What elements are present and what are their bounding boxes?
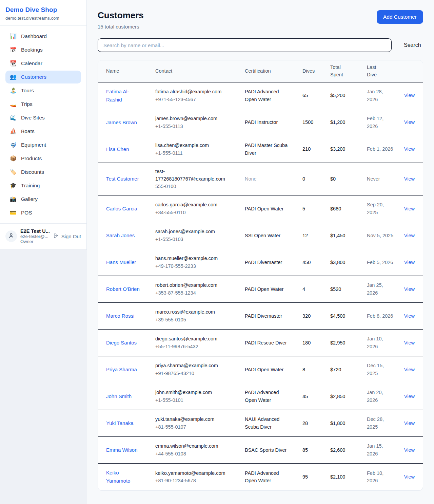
customer-name-link[interactable]: Hans Mueller — [106, 259, 136, 265]
table-row: Test Customertest-1772681807767@example.… — [98, 163, 423, 195]
sidebar-item-products[interactable]: 📦Products — [5, 152, 81, 165]
contact-cell: hans.mueller@example.com+49-170-555-2233 — [155, 255, 245, 270]
sidebar-item-discounts[interactable]: 🏷️Discounts — [5, 166, 81, 179]
view-link[interactable]: View — [404, 176, 415, 182]
name-cell: Fatima Al-Rashid — [106, 88, 155, 104]
customer-name-link[interactable]: Priya Sharma — [106, 367, 137, 372]
dives-count: 4 — [302, 285, 330, 293]
customer-phone: +55-11-99876-5432 — [155, 343, 231, 350]
view-link[interactable]: View — [404, 340, 415, 346]
customer-name-link[interactable]: Marco Rossi — [106, 313, 134, 319]
customer-email: john.smith@example.com — [155, 389, 231, 396]
sidebar-item-equipment[interactable]: 🤿Equipment — [5, 138, 81, 151]
customer-name-link[interactable]: Diego Santos — [106, 340, 137, 346]
customer-name-link[interactable]: Lisa Chen — [106, 146, 129, 152]
graduation-cap-icon: 🎓 — [10, 183, 17, 188]
sidebar-item-trips[interactable]: 🚤Trips — [5, 98, 81, 111]
dives-count: 320 — [302, 312, 330, 320]
sign-out-button[interactable]: Sign Out — [53, 233, 81, 240]
sidebar-item-boats[interactable]: ⛵Boats — [5, 125, 81, 138]
search-input[interactable] — [98, 38, 392, 52]
last-dive-date: Nov 5, 2025 — [367, 232, 402, 239]
sidebar-item-gallery[interactable]: 📸Gallery — [5, 193, 81, 206]
dives-count: 180 — [302, 339, 330, 347]
sidebar-item-pos[interactable]: 💳POS — [5, 206, 81, 219]
customer-name-link[interactable]: James Brown — [106, 119, 137, 125]
view-link[interactable]: View — [404, 119, 415, 125]
table-row: Marco Rossimarco.rossi@example.com+39-55… — [98, 303, 423, 330]
sidebar-item-customers[interactable]: 👥Customers — [5, 71, 81, 83]
dives-count: 5 — [302, 205, 330, 212]
last-dive-date: Feb 5, 2026 — [367, 259, 402, 266]
contact-cell: emma.wilson@example.com+44-555-0108 — [155, 442, 245, 458]
customer-phone: +44-555-0108 — [155, 450, 231, 458]
view-cell: View — [402, 339, 415, 347]
name-cell: Robert O'Brien — [106, 285, 155, 293]
sidebar-item-bookings[interactable]: 📅Bookings — [5, 43, 81, 56]
customer-name-link[interactable]: Sarah Jones — [106, 232, 135, 238]
name-cell: Yuki Tanaka — [106, 419, 155, 427]
brand: Demo Dive Shop demo.test.divestreams.com — [0, 0, 86, 26]
view-link[interactable]: View — [404, 286, 415, 292]
search-button[interactable]: Search — [400, 40, 425, 50]
total-spent: $1,200 — [330, 118, 367, 126]
sign-out-icon — [53, 233, 59, 240]
view-link[interactable]: View — [404, 260, 415, 265]
name-cell: Sarah Jones — [106, 231, 155, 240]
customer-name-link[interactable]: Keiko Yamamoto — [106, 470, 130, 484]
customer-name-link[interactable]: Emma Wilson — [106, 447, 138, 453]
view-link[interactable]: View — [404, 421, 415, 426]
total-spent: $3,800 — [330, 259, 367, 266]
sidebar-item-label: Bookings — [21, 47, 43, 53]
view-link[interactable]: View — [404, 313, 415, 319]
sidebar-item-dashboard[interactable]: 📊Dashboard — [5, 30, 81, 43]
total-spent: $0 — [330, 175, 367, 183]
customer-phone: +91-98765-43210 — [155, 370, 231, 377]
table-row: Sarah Jonessarah.jones@example.com+1-555… — [98, 222, 423, 249]
sign-out-label: Sign Out — [61, 234, 81, 239]
view-cell: View — [402, 473, 415, 481]
column-header-label: Total Spent — [330, 64, 343, 79]
dives-count: 95 — [302, 473, 330, 481]
customer-phone: +81-555-0107 — [155, 423, 231, 431]
sidebar-item-training[interactable]: 🎓Training — [5, 179, 81, 192]
view-link[interactable]: View — [404, 233, 415, 238]
name-cell: Keiko Yamamoto — [106, 469, 155, 485]
contact-cell: marco.rossi@example.com+39-555-0105 — [155, 308, 245, 323]
dives-count: 8 — [302, 366, 330, 373]
total-spent: $2,850 — [330, 393, 367, 400]
name-cell: James Brown — [106, 118, 155, 127]
contact-cell: keiko.yamamoto@example.com+81-90-1234-56… — [155, 469, 245, 485]
view-link[interactable]: View — [404, 394, 415, 399]
customer-name-link[interactable]: Yuki Tanaka — [106, 420, 134, 426]
sidebar-item-calendar[interactable]: 📆Calendar — [5, 57, 81, 70]
view-link[interactable]: View — [404, 474, 415, 480]
sidebar-nav: 📊Dashboard📅Bookings📆Calendar👥Customers🏝️… — [0, 26, 86, 223]
customer-name-link[interactable]: Robert O'Brien — [106, 286, 140, 292]
last-dive-date: Jan 20, 2026 — [367, 389, 402, 404]
name-cell: Marco Rossi — [106, 312, 155, 320]
view-link[interactable]: View — [404, 447, 415, 453]
certification: PADI Divemaster — [245, 312, 302, 320]
customer-name-link[interactable]: Test Customer — [106, 176, 139, 182]
view-link[interactable]: View — [404, 146, 415, 152]
last-dive-date: Jan 25, 2026 — [367, 281, 402, 297]
sidebar-item-label: Dive Sites — [21, 115, 45, 121]
customer-name-link[interactable]: Carlos Garcia — [106, 206, 137, 211]
certification: PADI Divemaster — [245, 259, 302, 266]
view-link[interactable]: View — [404, 206, 415, 211]
sidebar-footer: E2E Test U... e2e-tester@... Owner Sign … — [0, 223, 86, 249]
avatar — [5, 230, 17, 242]
view-link[interactable]: View — [404, 93, 415, 98]
customer-name-link[interactable]: Fatima Al-Rashid — [106, 89, 129, 102]
total-spent: $2,950 — [330, 339, 367, 347]
column-header-certification: Certification — [245, 68, 302, 75]
view-link[interactable]: View — [404, 367, 415, 372]
customer-name-link[interactable]: John Smith — [106, 393, 132, 399]
sidebar-item-tours[interactable]: 🏝️Tours — [5, 84, 81, 97]
name-cell: Diego Santos — [106, 339, 155, 347]
add-customer-button[interactable]: Add Customer — [377, 10, 423, 24]
certification: BSAC Sports Diver — [245, 446, 302, 454]
sidebar-item-label: Training — [21, 183, 40, 189]
sidebar-item-dive-sites[interactable]: 🌊Dive Sites — [5, 111, 81, 124]
